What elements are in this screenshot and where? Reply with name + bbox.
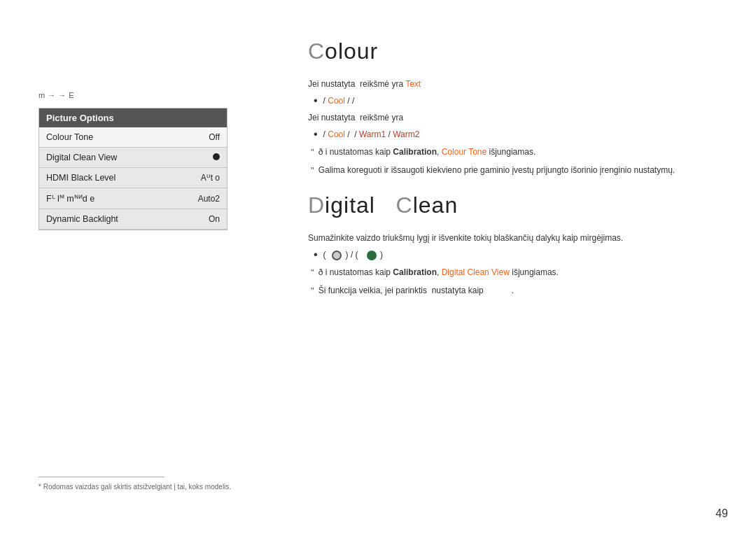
dynamic-backlight-value: On	[209, 214, 220, 224]
section1-bullet1-text: / Cool / /	[323, 94, 355, 108]
bullet-dot-2: •	[314, 129, 318, 140]
menu-path: m → → E	[38, 91, 241, 99]
digital-clean-label: Digital Clean View	[46, 153, 117, 162]
colour-tone-value: Off	[209, 132, 220, 142]
section2-igital: igital	[325, 192, 396, 218]
section1-quote2-text: Galima koreguoti ir išsaugoti kiekvieno …	[318, 163, 676, 177]
section1-title-text: C	[308, 38, 325, 64]
section1-line1-text: Jei nustatyta reikšmė yra	[308, 79, 405, 89]
section1-text-highlight: Text	[405, 79, 421, 89]
section1-bullet2-text: / Cool / / Warm1 / Warm2	[323, 127, 420, 141]
film-mode-value: Auto2	[198, 194, 220, 204]
section2-lean: lean	[413, 192, 458, 218]
section1-title: Colour	[308, 38, 721, 64]
section1-title-rest: olour	[325, 38, 378, 64]
menu-item-digital-clean-view: Digital Clean View	[39, 148, 227, 168]
section1-bullet2: • / Cool / / Warm1 / Warm2	[314, 127, 721, 141]
section2-bullet1-text: ( ) / ( )	[323, 248, 383, 262]
menu-item-colour-tone: Colour Tone Off	[39, 127, 227, 148]
quote-mark-2: "	[311, 163, 314, 178]
section1-quote2: " Galima koreguoti ir išsaugoti kiekvien…	[311, 163, 721, 178]
left-panel: m → → E Picture Options Colour Tone Off …	[38, 91, 241, 230]
footnote-text: * Rodomas vaizdas gali skirtis atsižvelg…	[38, 482, 276, 492]
section2-title: Digital Clean	[308, 192, 721, 218]
section1-line2: Jei nustatyta reikšmė yra	[308, 111, 721, 125]
film-mode-label: Fᴸ lᴹ mᴺᴻd e	[46, 193, 94, 204]
picture-options-title: Picture Options	[39, 108, 227, 127]
footnote-area: * Rodomas vaizdas gali skirtis atsižvelg…	[38, 477, 276, 492]
circle-icon-dark	[367, 251, 377, 260]
picture-options-box: Picture Options Colour Tone Off Digital …	[38, 108, 227, 230]
menu-item-dynamic-backlight: Dynamic Backlight On	[39, 209, 227, 230]
section2-quote2-text: Ši funkcija veikia, jei parinktis nustat…	[318, 283, 514, 297]
page-number: 49	[715, 507, 728, 520]
bullet-dot-3: •	[314, 249, 318, 260]
hdmi-black-label: HDMI Black Level	[46, 173, 115, 183]
quote-mark-3: "	[311, 265, 314, 281]
quote-mark-1: "	[311, 145, 314, 160]
section2-quote1: " ð i nustatomas kaip Calibration, Digit…	[311, 265, 721, 281]
circle-icon-white	[332, 251, 342, 260]
colour-tone-label: Colour Tone	[46, 132, 93, 142]
section2-bullet1: • ( ) / ( )	[314, 248, 721, 262]
bullet-dot-1: •	[314, 95, 318, 106]
section2-c: C	[396, 192, 413, 218]
right-panel: Colour Jei nustatyta reikšmė yra Text • …	[308, 38, 721, 302]
footnote-divider	[38, 477, 164, 477]
section1-bullet1: • / Cool / /	[314, 94, 721, 108]
dot-icon	[213, 153, 220, 160]
section1-quote1-text: ð i nustatomas kaip Calibration, Colour …	[318, 145, 536, 159]
section1-line1: Jei nustatyta reikšmė yra Text	[308, 77, 721, 91]
menu-item-film-mode: Fᴸ lᴹ mᴺᴻd e Auto2	[39, 188, 227, 209]
section2-line1: Sumažinkite vaizdo triukšmų lygį ir išve…	[308, 231, 721, 245]
section1-quote1: " ð i nustatomas kaip Calibration, Colou…	[311, 145, 721, 160]
quote-mark-4: "	[311, 283, 314, 299]
section2-quote1-text: ð i nustatomas kaip Calibration, Digital…	[318, 265, 559, 279]
section2-quote2: " Ši funkcija veikia, jei parinktis nust…	[311, 283, 721, 299]
menu-item-hdmi-black: HDMI Black Level Aᵁt o	[39, 168, 227, 188]
hdmi-black-value: Aᵁt o	[201, 173, 220, 183]
digital-clean-value	[213, 153, 220, 162]
section2-d: D	[308, 192, 325, 218]
dynamic-backlight-label: Dynamic Backlight	[46, 214, 118, 224]
